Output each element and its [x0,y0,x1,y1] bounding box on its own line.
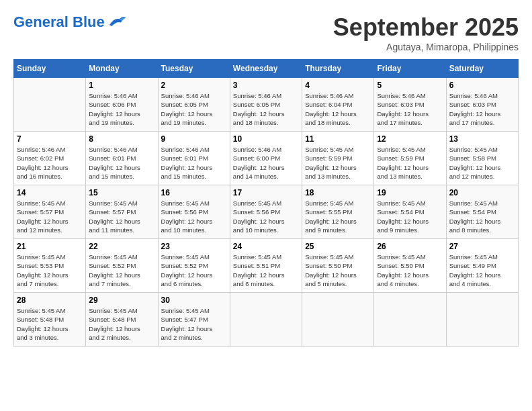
day-info: Sunrise: 5:46 AM Sunset: 6:01 PM Dayligh… [89,145,154,181]
calendar-cell: 26Sunrise: 5:45 AM Sunset: 5:50 PM Dayli… [374,239,446,293]
day-number: 8 [89,134,154,144]
calendar-cell: 14Sunrise: 5:45 AM Sunset: 5:57 PM Dayli… [14,185,86,239]
day-number: 14 [17,188,83,197]
page-header: General Blue September 2025 Agutaya, Mim… [13,13,519,52]
day-info: Sunrise: 5:45 AM Sunset: 5:48 PM Dayligh… [17,306,83,342]
calendar-cell: 3Sunrise: 5:46 AM Sunset: 6:05 PM Daylig… [230,78,302,132]
calendar-cell: 25Sunrise: 5:45 AM Sunset: 5:50 PM Dayli… [302,239,374,293]
day-number: 29 [89,295,154,305]
day-info: Sunrise: 5:46 AM Sunset: 6:04 PM Dayligh… [305,91,371,127]
day-info: Sunrise: 5:45 AM Sunset: 5:52 PM Dayligh… [89,253,154,288]
calendar-cell: 16Sunrise: 5:45 AM Sunset: 5:56 PM Dayli… [158,185,230,239]
day-number: 23 [161,242,227,251]
day-number: 17 [233,188,299,197]
calendar-cell: 28Sunrise: 5:45 AM Sunset: 5:48 PM Dayli… [14,293,86,347]
calendar-cell: 18Sunrise: 5:45 AM Sunset: 5:55 PM Dayli… [302,185,374,239]
calendar-week-row: 21Sunrise: 5:45 AM Sunset: 5:53 PM Dayli… [14,239,519,293]
calendar-cell: 2Sunrise: 5:46 AM Sunset: 6:05 PM Daylig… [158,78,230,132]
calendar-table: SundayMondayTuesdayWednesdayThursdayFrid… [13,59,519,347]
day-number: 15 [89,188,154,197]
calendar-week-row: 7Sunrise: 5:46 AM Sunset: 6:02 PM Daylig… [14,132,519,185]
day-info: Sunrise: 5:45 AM Sunset: 5:47 PM Dayligh… [161,306,227,342]
day-number: 28 [17,295,83,305]
day-info: Sunrise: 5:45 AM Sunset: 5:52 PM Dayligh… [161,253,227,288]
calendar-cell: 11Sunrise: 5:45 AM Sunset: 5:59 PM Dayli… [302,132,374,185]
day-number: 19 [377,188,443,197]
calendar-week-row: 28Sunrise: 5:45 AM Sunset: 5:48 PM Dayli… [14,293,519,347]
day-info: Sunrise: 5:46 AM Sunset: 6:02 PM Dayligh… [17,145,83,181]
day-number: 9 [161,134,227,144]
calendar-cell: 21Sunrise: 5:45 AM Sunset: 5:53 PM Dayli… [14,239,86,293]
day-info: Sunrise: 5:45 AM Sunset: 5:55 PM Dayligh… [305,199,371,234]
day-info: Sunrise: 5:45 AM Sunset: 5:48 PM Dayligh… [89,306,154,342]
day-info: Sunrise: 5:46 AM Sunset: 6:03 PM Dayligh… [377,91,443,127]
day-number: 2 [161,81,227,90]
day-number: 25 [305,242,371,251]
day-number: 12 [377,134,443,144]
day-number: 5 [377,81,443,90]
calendar-cell [230,293,302,347]
calendar-cell [14,78,86,132]
weekday-header: Tuesday [158,60,230,78]
calendar-cell: 30Sunrise: 5:45 AM Sunset: 5:47 PM Dayli… [158,293,230,347]
calendar-cell: 9Sunrise: 5:46 AM Sunset: 6:01 PM Daylig… [158,132,230,185]
logo-bird-icon [107,14,127,31]
day-number: 10 [233,134,299,144]
day-number: 6 [449,81,515,90]
logo-text: General Blue [13,13,105,31]
calendar-cell: 8Sunrise: 5:46 AM Sunset: 6:01 PM Daylig… [86,132,158,185]
calendar-cell: 12Sunrise: 5:45 AM Sunset: 5:59 PM Dayli… [374,132,446,185]
day-info: Sunrise: 5:45 AM Sunset: 5:56 PM Dayligh… [161,199,227,234]
day-info: Sunrise: 5:45 AM Sunset: 5:50 PM Dayligh… [305,253,371,288]
day-number: 3 [233,81,299,90]
day-number: 22 [89,242,154,251]
day-number: 21 [17,242,83,251]
weekday-header: Saturday [446,60,518,78]
calendar-cell: 7Sunrise: 5:46 AM Sunset: 6:02 PM Daylig… [14,132,86,185]
weekday-header: Sunday [14,60,86,78]
day-number: 26 [377,242,443,251]
calendar-week-row: 1Sunrise: 5:46 AM Sunset: 6:06 PM Daylig… [14,78,519,132]
calendar-cell: 29Sunrise: 5:45 AM Sunset: 5:48 PM Dayli… [86,293,158,347]
calendar-week-row: 14Sunrise: 5:45 AM Sunset: 5:57 PM Dayli… [14,185,519,239]
day-number: 30 [161,295,227,305]
day-info: Sunrise: 5:45 AM Sunset: 5:59 PM Dayligh… [377,145,443,181]
day-info: Sunrise: 5:45 AM Sunset: 5:54 PM Dayligh… [377,199,443,234]
day-number: 4 [305,81,371,90]
day-info: Sunrise: 5:45 AM Sunset: 5:49 PM Dayligh… [449,253,515,288]
day-number: 7 [17,134,83,144]
day-info: Sunrise: 5:45 AM Sunset: 5:51 PM Dayligh… [233,253,299,288]
day-number: 27 [449,242,515,251]
calendar-cell [446,293,518,347]
day-number: 16 [161,188,227,197]
calendar-cell: 1Sunrise: 5:46 AM Sunset: 6:06 PM Daylig… [86,78,158,132]
day-info: Sunrise: 5:46 AM Sunset: 6:03 PM Dayligh… [449,91,515,127]
calendar-cell: 10Sunrise: 5:46 AM Sunset: 6:00 PM Dayli… [230,132,302,185]
calendar-header-row: SundayMondayTuesdayWednesdayThursdayFrid… [14,60,519,78]
day-number: 13 [449,134,515,144]
calendar-body: 1Sunrise: 5:46 AM Sunset: 6:06 PM Daylig… [14,78,519,347]
calendar-cell: 4Sunrise: 5:46 AM Sunset: 6:04 PM Daylig… [302,78,374,132]
day-number: 20 [449,188,515,197]
calendar-cell [302,293,374,347]
day-number: 11 [305,134,371,144]
day-info: Sunrise: 5:46 AM Sunset: 6:05 PM Dayligh… [161,91,227,127]
weekday-header: Friday [374,60,446,78]
day-number: 1 [89,81,154,90]
weekday-header: Monday [86,60,158,78]
day-info: Sunrise: 5:45 AM Sunset: 5:58 PM Dayligh… [449,145,515,181]
day-info: Sunrise: 5:46 AM Sunset: 6:06 PM Dayligh… [89,91,154,127]
calendar-cell: 23Sunrise: 5:45 AM Sunset: 5:52 PM Dayli… [158,239,230,293]
calendar-cell: 20Sunrise: 5:45 AM Sunset: 5:54 PM Dayli… [446,185,518,239]
calendar-cell: 22Sunrise: 5:45 AM Sunset: 5:52 PM Dayli… [86,239,158,293]
calendar-cell: 17Sunrise: 5:45 AM Sunset: 5:56 PM Dayli… [230,185,302,239]
day-info: Sunrise: 5:45 AM Sunset: 5:57 PM Dayligh… [17,199,83,234]
day-info: Sunrise: 5:45 AM Sunset: 5:59 PM Dayligh… [305,145,371,181]
calendar-cell: 6Sunrise: 5:46 AM Sunset: 6:03 PM Daylig… [446,78,518,132]
calendar-cell: 15Sunrise: 5:45 AM Sunset: 5:57 PM Dayli… [86,185,158,239]
calendar-cell: 13Sunrise: 5:45 AM Sunset: 5:58 PM Dayli… [446,132,518,185]
day-number: 24 [233,242,299,251]
calendar-cell: 19Sunrise: 5:45 AM Sunset: 5:54 PM Dayli… [374,185,446,239]
calendar-cell [374,293,446,347]
day-info: Sunrise: 5:46 AM Sunset: 6:00 PM Dayligh… [233,145,299,181]
